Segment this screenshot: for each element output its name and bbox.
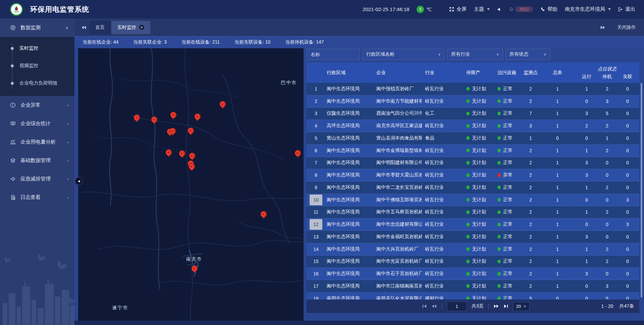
page-size-select[interactable]: 20 ∨ bbox=[513, 302, 530, 311]
base-data-icon bbox=[10, 158, 16, 164]
cell-industry: 砖瓦行业 bbox=[422, 95, 464, 107]
next-page-button[interactable] bbox=[493, 304, 499, 308]
stat-label: 当前失联企业: bbox=[133, 39, 164, 45]
cell-region: 阆中生态环境局 bbox=[325, 194, 373, 206]
power-analysis-icon bbox=[10, 139, 16, 145]
table-row[interactable]: 11阆中生态环境局阆中市五马桥页岩机砖砖瓦行业无计划正常21120 bbox=[307, 206, 639, 219]
table-row[interactable]: 1阆中生态环境局阆中强锐页岩砖厂砖瓦行业无计划正常21120 bbox=[307, 83, 639, 95]
cell-stop-plan: 无计划 bbox=[464, 132, 494, 144]
user-org-button[interactable]: 南充市生态环境局 bbox=[565, 6, 611, 12]
facility-status-text: 正常 bbox=[503, 86, 513, 92]
cell-run-count: 0 bbox=[575, 132, 598, 144]
sidebar-item-0[interactable]: 数据监测∨ bbox=[0, 18, 74, 37]
col-lost: 失联 bbox=[616, 72, 639, 83]
table-row[interactable]: 9阆中生态环境局阆中市二龙长宝页岩砖砖瓦行业无计划正常21120 bbox=[307, 181, 639, 194]
status-dot-icon bbox=[466, 296, 470, 300]
table-row[interactable]: 4高坪生态环境局南充市高坪区王家店建砖瓦行业无计划正常31220 bbox=[307, 120, 639, 132]
tab-list: 首页实时监控✕ bbox=[89, 21, 151, 34]
prev-page-button[interactable] bbox=[432, 304, 437, 308]
cell-total-meter: 0 bbox=[540, 132, 575, 144]
sidebar-item-1[interactable]: 企业异常‹ bbox=[0, 96, 74, 114]
last-page-button[interactable] bbox=[503, 304, 508, 308]
status-dot-icon bbox=[497, 272, 501, 276]
table-row[interactable]: 17阆中生态环境局阆中市江南镇阆南页岩砖瓦行业无计划正常21030 bbox=[307, 280, 639, 292]
fullscreen-button[interactable]: 全屏 bbox=[449, 6, 467, 12]
status-dot-icon bbox=[497, 185, 501, 189]
stat-value: 147 bbox=[316, 39, 324, 45]
row-index: 9 bbox=[307, 181, 325, 194]
scroll-tabs-left-button[interactable] bbox=[78, 25, 89, 30]
table-row[interactable]: 3仪陇生态环境局西南油气田分公司川中化工无计划正常71350 bbox=[307, 108, 639, 120]
cell-total-meter: 1 bbox=[540, 120, 575, 132]
facility-status-text: 正常 bbox=[503, 98, 513, 104]
stat-item-2: 当前在线设备: 211 bbox=[181, 39, 220, 45]
cell-monitor-count: 2 bbox=[521, 83, 540, 95]
scroll-tabs-right-button[interactable] bbox=[597, 25, 608, 30]
cell-stop-plan: 无计划 bbox=[464, 108, 494, 120]
map-collapse-button[interactable]: ◀ bbox=[75, 177, 83, 185]
cell-total-meter: 0 bbox=[540, 292, 575, 300]
table-row[interactable]: 13阆中生态环境局阆中市金福旺页岩机砖砖瓦行业无计划正常21300 bbox=[307, 231, 639, 243]
fullscreen-icon bbox=[449, 7, 454, 12]
sidebar-subitem-0[interactable]: 实时监控 bbox=[0, 40, 74, 57]
status-dot-icon bbox=[466, 235, 470, 238]
volume-button[interactable] bbox=[497, 7, 502, 12]
sidebar-item-4[interactable]: 基础数据管理‹ bbox=[0, 151, 74, 170]
theme-label: 主题 bbox=[474, 6, 484, 12]
cell-company: 南部县弘化水泥有限公 bbox=[373, 292, 422, 300]
table-row[interactable]: 5营山生态环境局营山县润丰肉食品有限食品无计划正常10010 bbox=[307, 132, 639, 145]
table-row[interactable]: 18南部生态环境局南部县弘化水泥有限公建材行业无计划正常50050 bbox=[307, 292, 639, 300]
table-row[interactable]: 12阆中生态环境局阆中市忠信建材有限公砖瓦行业无计划正常21003 bbox=[307, 218, 639, 231]
skyline-decoration-image bbox=[0, 253, 74, 325]
cell-total-meter: 1 bbox=[540, 194, 575, 206]
page-input[interactable] bbox=[447, 302, 467, 311]
cell-halt-count: 0 bbox=[598, 157, 616, 169]
data-monitor-icon bbox=[10, 25, 16, 31]
table-row[interactable]: 2阆中生态环境局阆中市南方节能建材有砖瓦行业无计划正常21030 bbox=[307, 95, 639, 108]
help-button[interactable]: 帮助 bbox=[540, 6, 557, 12]
cell-monitor-count: 2 bbox=[521, 181, 540, 194]
notification-widget[interactable]: 2632 bbox=[509, 6, 533, 12]
sidebar-subitem-2[interactable]: 企业电力负荷明细 bbox=[0, 74, 74, 92]
cell-facility: 正常 bbox=[494, 256, 521, 268]
industry-filter-select[interactable]: 所有行业 ∨ bbox=[447, 49, 503, 60]
sidebar-item-6[interactable]: 日志查看‹ bbox=[0, 188, 74, 207]
theme-button[interactable]: 主题 bbox=[474, 6, 490, 12]
table-row[interactable]: 6阆中生态环境局阆中市金博瑞新型墙材砖瓦行业无计划正常21120 bbox=[307, 145, 639, 157]
cell-company: 阆中市五马桥页岩机砖 bbox=[373, 206, 422, 218]
close-operations-button[interactable]: 关闭操作 bbox=[617, 24, 636, 31]
first-page-button[interactable] bbox=[422, 304, 427, 308]
sidebar-subitem-1[interactable]: 视频监控 bbox=[0, 57, 74, 74]
cell-lost-count: 0 bbox=[616, 95, 639, 107]
cell-industry: 砖瓦行业 bbox=[422, 83, 464, 95]
sidebar-item-5[interactable]: 应急减排管理‹ bbox=[0, 170, 74, 188]
table-row[interactable]: 15阆中生态环境局阆中市光富页岩机砖厂砖瓦行业无计划正常21120 bbox=[307, 256, 639, 268]
table-row[interactable]: 14阆中生态环境局阆中大兴页岩机砖厂砖瓦行业无计划正常21120 bbox=[307, 243, 639, 256]
facility-status-text: 正常 bbox=[503, 197, 513, 203]
chevron-down-icon: ∨ bbox=[496, 52, 499, 57]
cell-monitor-count: 2 bbox=[521, 280, 540, 292]
close-icon[interactable]: ✕ bbox=[139, 25, 144, 30]
cell-total-meter: 1 bbox=[540, 280, 575, 292]
table-row[interactable]: 8阆中生态环境局阆中市枣碧大梁山页岩砖瓦行业无计划异常21300 bbox=[307, 169, 639, 181]
stop-plan-text: 无计划 bbox=[472, 160, 486, 166]
cell-facility: 正常 bbox=[494, 231, 521, 243]
row-index: 8 bbox=[307, 169, 325, 181]
logout-button[interactable]: 退出 bbox=[618, 6, 635, 12]
tab-item-1[interactable]: 实时监控✕ bbox=[111, 21, 150, 34]
table-row[interactable]: 7阆中生态环境局阆中明阳建材有限公司砖瓦行业无计划正常21300 bbox=[307, 157, 639, 169]
tab-item-0[interactable]: 首页 bbox=[89, 21, 111, 34]
cell-lost-count: 0 bbox=[616, 120, 639, 132]
table-row[interactable]: 16阆中生态环境局阆中市石子页岩机砖厂砖瓦行业无计划正常21300 bbox=[307, 268, 639, 280]
table-row[interactable]: 10阆中生态环境局阆中千佛镇五郎垭页岩砖瓦行业无计划正常21003 bbox=[307, 194, 639, 206]
name-filter-input[interactable] bbox=[307, 49, 360, 60]
sidebar-item-3[interactable]: 企业用电量分析‹ bbox=[0, 133, 74, 151]
table-scrollbar[interactable] bbox=[641, 83, 642, 297]
map-container[interactable]: 巴中市南充市遂宁市 bbox=[78, 48, 304, 321]
cell-total-meter: 1 bbox=[540, 83, 575, 95]
sidebar-item-2[interactable]: 企业综合统计‹ bbox=[0, 114, 74, 133]
cell-stop-plan: 无计划 bbox=[464, 268, 494, 280]
status-filter-select[interactable]: 所有状态 ∨ bbox=[505, 49, 550, 60]
region-filter-select[interactable]: 行政区域名称 ∨ bbox=[362, 49, 445, 60]
stat-label: 当前停机设备: bbox=[285, 39, 316, 45]
